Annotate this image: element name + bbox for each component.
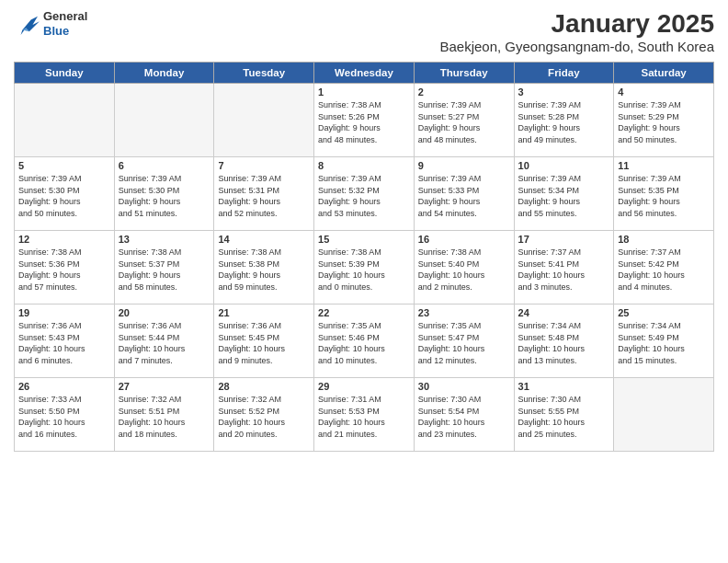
day-number: 5 (18, 160, 110, 171)
page: General Blue January 2025 Baekjeon, Gyeo… (0, 0, 728, 563)
weekday-friday: Friday (514, 63, 614, 84)
day-number: 21 (218, 307, 310, 318)
week-row-3: 19Sunrise: 7:36 AM Sunset: 5:43 PM Dayli… (15, 304, 714, 378)
calendar-cell: 21Sunrise: 7:36 AM Sunset: 5:45 PM Dayli… (214, 304, 314, 378)
day-number: 1 (318, 86, 410, 98)
calendar-cell: 9Sunrise: 7:39 AM Sunset: 5:33 PM Daylig… (414, 157, 514, 231)
calendar-cell: 26Sunrise: 7:33 AM Sunset: 5:50 PM Dayli… (15, 378, 115, 452)
day-info: Sunrise: 7:38 AM Sunset: 5:39 PM Dayligh… (318, 247, 410, 293)
day-number: 28 (218, 381, 310, 392)
calendar-cell: 5Sunrise: 7:39 AM Sunset: 5:30 PM Daylig… (15, 157, 115, 231)
day-number: 3 (518, 86, 610, 98)
calendar: SundayMondayTuesdayWednesdayThursdayFrid… (14, 62, 714, 452)
day-info: Sunrise: 7:39 AM Sunset: 5:30 PM Dayligh… (119, 173, 210, 219)
calendar-cell: 31Sunrise: 7:30 AM Sunset: 5:55 PM Dayli… (514, 378, 614, 452)
day-number: 9 (418, 160, 510, 171)
calendar-cell: 23Sunrise: 7:35 AM Sunset: 5:47 PM Dayli… (414, 304, 514, 378)
day-number: 18 (618, 234, 710, 245)
calendar-cell: 22Sunrise: 7:35 AM Sunset: 5:46 PM Dayli… (314, 304, 415, 378)
calendar-cell (114, 84, 214, 157)
day-info: Sunrise: 7:39 AM Sunset: 5:32 PM Dayligh… (318, 173, 410, 219)
day-number: 26 (18, 381, 110, 392)
weekday-thursday: Thursday (414, 63, 514, 84)
day-number: 29 (318, 381, 410, 392)
logo-text: General Blue (43, 9, 87, 38)
day-number: 27 (119, 381, 210, 392)
weekday-header-row: SundayMondayTuesdayWednesdayThursdayFrid… (15, 63, 714, 84)
day-info: Sunrise: 7:39 AM Sunset: 5:35 PM Dayligh… (618, 173, 710, 219)
day-info: Sunrise: 7:39 AM Sunset: 5:31 PM Dayligh… (218, 173, 310, 219)
location-title: Baekjeon, Gyeongsangnam-do, South Korea (439, 39, 714, 54)
logo: General Blue (14, 9, 87, 38)
day-number: 23 (418, 307, 510, 318)
weekday-wednesday: Wednesday (314, 63, 415, 84)
month-title: January 2025 (439, 9, 714, 39)
logo-line2: Blue (43, 24, 87, 39)
day-number: 7 (218, 160, 310, 171)
day-number: 22 (318, 307, 410, 318)
calendar-cell: 30Sunrise: 7:30 AM Sunset: 5:54 PM Dayli… (414, 378, 514, 452)
day-info: Sunrise: 7:39 AM Sunset: 5:27 PM Dayligh… (418, 99, 510, 145)
day-info: Sunrise: 7:39 AM Sunset: 5:28 PM Dayligh… (518, 99, 610, 145)
calendar-cell: 6Sunrise: 7:39 AM Sunset: 5:30 PM Daylig… (114, 157, 214, 231)
title-block: January 2025 Baekjeon, Gyeongsangnam-do,… (439, 9, 714, 54)
logo-bird-icon (14, 13, 40, 35)
calendar-cell: 7Sunrise: 7:39 AM Sunset: 5:31 PM Daylig… (214, 157, 314, 231)
day-number: 17 (518, 234, 610, 245)
calendar-cell: 8Sunrise: 7:39 AM Sunset: 5:32 PM Daylig… (314, 157, 415, 231)
calendar-cell: 20Sunrise: 7:36 AM Sunset: 5:44 PM Dayli… (114, 304, 214, 378)
calendar-cell: 12Sunrise: 7:38 AM Sunset: 5:36 PM Dayli… (15, 231, 115, 304)
calendar-cell: 16Sunrise: 7:38 AM Sunset: 5:40 PM Dayli… (414, 231, 514, 304)
calendar-cell: 15Sunrise: 7:38 AM Sunset: 5:39 PM Dayli… (314, 231, 415, 304)
weekday-sunday: Sunday (15, 63, 115, 84)
day-info: Sunrise: 7:30 AM Sunset: 5:55 PM Dayligh… (518, 394, 610, 440)
week-row-2: 12Sunrise: 7:38 AM Sunset: 5:36 PM Dayli… (15, 231, 714, 304)
day-number: 30 (418, 381, 510, 392)
day-info: Sunrise: 7:38 AM Sunset: 5:38 PM Dayligh… (218, 247, 310, 293)
day-info: Sunrise: 7:32 AM Sunset: 5:52 PM Dayligh… (218, 394, 310, 440)
day-info: Sunrise: 7:36 AM Sunset: 5:44 PM Dayligh… (119, 320, 210, 366)
calendar-cell: 17Sunrise: 7:37 AM Sunset: 5:41 PM Dayli… (514, 231, 614, 304)
day-number: 16 (418, 234, 510, 245)
day-info: Sunrise: 7:33 AM Sunset: 5:50 PM Dayligh… (18, 394, 110, 440)
day-info: Sunrise: 7:37 AM Sunset: 5:42 PM Dayligh… (618, 247, 710, 293)
day-number: 13 (119, 234, 210, 245)
calendar-cell: 24Sunrise: 7:34 AM Sunset: 5:48 PM Dayli… (514, 304, 614, 378)
calendar-cell (214, 84, 314, 157)
calendar-cell: 1Sunrise: 7:38 AM Sunset: 5:26 PM Daylig… (314, 84, 415, 157)
weekday-tuesday: Tuesday (214, 63, 314, 84)
calendar-cell: 4Sunrise: 7:39 AM Sunset: 5:29 PM Daylig… (614, 84, 714, 157)
day-info: Sunrise: 7:39 AM Sunset: 5:33 PM Dayligh… (418, 173, 510, 219)
day-number: 10 (518, 160, 610, 171)
svg-marker-0 (21, 16, 40, 34)
calendar-cell: 3Sunrise: 7:39 AM Sunset: 5:28 PM Daylig… (514, 84, 614, 157)
day-info: Sunrise: 7:35 AM Sunset: 5:47 PM Dayligh… (418, 320, 510, 366)
day-number: 25 (618, 307, 710, 318)
day-info: Sunrise: 7:34 AM Sunset: 5:48 PM Dayligh… (518, 320, 610, 366)
day-number: 20 (119, 307, 210, 318)
day-info: Sunrise: 7:37 AM Sunset: 5:41 PM Dayligh… (518, 247, 610, 293)
calendar-cell: 19Sunrise: 7:36 AM Sunset: 5:43 PM Dayli… (15, 304, 115, 378)
day-number: 11 (618, 160, 710, 171)
calendar-cell: 13Sunrise: 7:38 AM Sunset: 5:37 PM Dayli… (114, 231, 214, 304)
day-number: 31 (518, 381, 610, 392)
calendar-cell: 29Sunrise: 7:31 AM Sunset: 5:53 PM Dayli… (314, 378, 415, 452)
calendar-cell (614, 378, 714, 452)
day-number: 2 (418, 86, 510, 98)
day-info: Sunrise: 7:38 AM Sunset: 5:26 PM Dayligh… (318, 99, 410, 145)
day-info: Sunrise: 7:38 AM Sunset: 5:36 PM Dayligh… (18, 247, 110, 293)
day-number: 15 (318, 234, 410, 245)
calendar-cell: 28Sunrise: 7:32 AM Sunset: 5:52 PM Dayli… (214, 378, 314, 452)
week-row-0: 1Sunrise: 7:38 AM Sunset: 5:26 PM Daylig… (15, 84, 714, 157)
header: General Blue January 2025 Baekjeon, Gyeo… (14, 9, 714, 54)
calendar-cell: 11Sunrise: 7:39 AM Sunset: 5:35 PM Dayli… (614, 157, 714, 231)
day-info: Sunrise: 7:34 AM Sunset: 5:49 PM Dayligh… (618, 320, 710, 366)
day-number: 14 (218, 234, 310, 245)
weekday-saturday: Saturday (614, 63, 714, 84)
day-info: Sunrise: 7:36 AM Sunset: 5:43 PM Dayligh… (18, 320, 110, 366)
day-number: 24 (518, 307, 610, 318)
day-info: Sunrise: 7:39 AM Sunset: 5:34 PM Dayligh… (518, 173, 610, 219)
day-number: 8 (318, 160, 410, 171)
day-info: Sunrise: 7:36 AM Sunset: 5:45 PM Dayligh… (218, 320, 310, 366)
calendar-cell (15, 84, 115, 157)
